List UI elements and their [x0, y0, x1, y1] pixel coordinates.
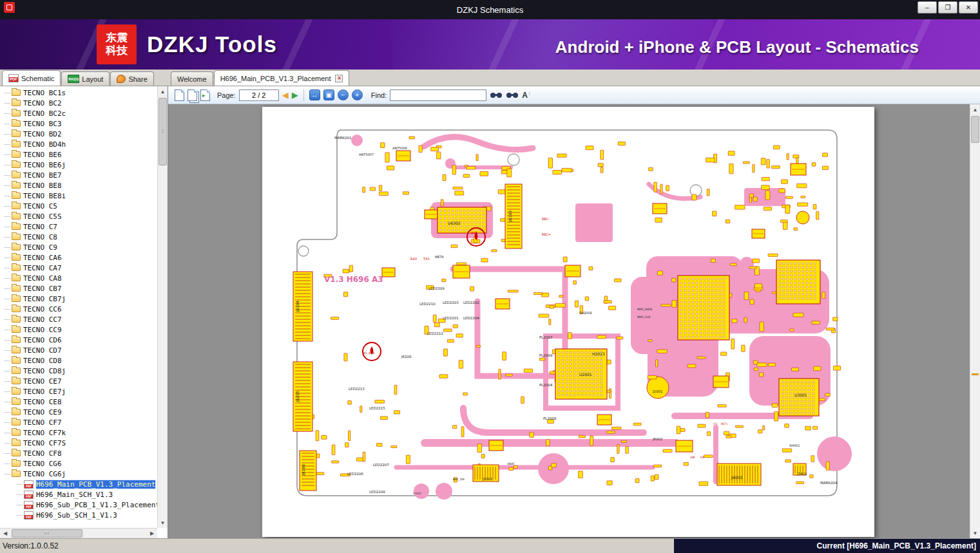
svg-text:RX0: RX0 [410, 257, 417, 261]
zoom-out-button[interactable]: − [338, 89, 349, 100]
zoom-in-button[interactable]: + [352, 89, 363, 100]
tree-folder-item[interactable]: TECNO CE8 [0, 397, 157, 407]
viewer-vertical-scrollbar[interactable]: ▲ ▼ [970, 104, 980, 538]
tree-folder-item[interactable]: TECNO BE6 [0, 149, 157, 160]
svg-text:H2023: H2023 [592, 351, 605, 356]
find-input[interactable] [390, 89, 486, 101]
pdf-file-icon [24, 480, 34, 489]
svg-text:DP: DP [700, 456, 704, 459]
svg-text:REC+: REC+ [542, 232, 551, 236]
tree-folder-item[interactable]: TECNO CE7 [0, 376, 157, 386]
viewer-scroll-down-icon[interactable]: ▼ [970, 528, 980, 538]
tree-folder-item[interactable]: TECNO CF8 [0, 448, 157, 458]
folder-icon [12, 131, 21, 137]
sidebar-vertical-scrollbar[interactable]: ▲ ▼ [157, 86, 168, 528]
close-button[interactable]: ✕ [959, 1, 978, 14]
tree-folder-item[interactable]: TECNO CE9 [0, 407, 157, 417]
pdf-viewer[interactable]: MARK001ANT5007ANT5006V1.3 H696 A3U6302RS… [168, 104, 980, 538]
tree-folder-item[interactable]: TECNO C5 [0, 201, 157, 211]
tree-doc-item[interactable]: H696_Main_SCH_V1.3 [0, 489, 157, 500]
tree-folder-item[interactable]: TECNO CD7 [0, 345, 157, 355]
tree-folder-item[interactable]: TECNO CD6 [0, 335, 157, 345]
tab-document[interactable]: H696_Main_PCB_V1.3_Placement ✕ [214, 70, 350, 86]
facing-pages-icon[interactable] [187, 89, 197, 101]
tree-folder-item[interactable]: TECNO CG6j [0, 469, 157, 479]
tree-item-label: H696_Sub_SCH_1_V1.3 [36, 511, 117, 520]
tree-folder-item[interactable]: TECNO CD8 [0, 355, 157, 366]
folder-icon [12, 326, 21, 333]
tree-folder-item[interactable]: TECNO CD8j [0, 366, 157, 376]
svg-text:INT1: INT1 [721, 422, 727, 426]
tree-folder-item[interactable]: TECNO BC2c [0, 108, 157, 118]
tab-close-icon[interactable]: ✕ [335, 75, 343, 82]
svg-text:VBAT: VBAT [507, 462, 515, 465]
tab-schematic[interactable]: Schematic [2, 70, 61, 86]
page-label: Page: [217, 91, 236, 99]
tree-folder-item[interactable]: TECNO CC9 [0, 324, 157, 335]
scroll-right-icon[interactable]: ▶ [147, 529, 157, 538]
minimize-button[interactable]: – [918, 1, 937, 14]
sidebar-scroll-thumb[interactable] [159, 98, 167, 165]
pdf-file-icon [24, 501, 34, 509]
tree-folder-item[interactable]: TECNO CE7j [0, 386, 157, 397]
tab-welcome[interactable]: Welcome [171, 71, 213, 86]
tree-folder-item[interactable]: TECNO CF7S [0, 438, 157, 448]
folder-icon [12, 120, 21, 127]
viewer-scroll-up-icon[interactable]: ▲ [970, 104, 980, 115]
page-scroll-icon[interactable] [200, 89, 210, 101]
tree-doc-item[interactable]: H696_Sub_SCH_1_V1.3 [0, 510, 157, 520]
tree-item-label: TECNO CF7k [23, 429, 66, 437]
tab-document-label: H696_Main_PCB_V1.3_Placement [220, 75, 331, 82]
single-page-icon[interactable] [175, 89, 184, 101]
tree-folder-item[interactable]: TECNO CB7j [0, 294, 157, 304]
tree-doc-item[interactable]: H696_Main_PCB_V1.3_Placement [0, 479, 157, 489]
tree-item-label: H696_Sub_PCB_1_V1.3_Placement [36, 501, 157, 509]
tree-folder-item[interactable]: TECNO BE7 [0, 170, 157, 180]
sidebar-hscroll-thumb[interactable] [12, 529, 82, 538]
tree-folder-item[interactable]: TECNO CA8 [0, 273, 157, 283]
previous-page-button[interactable]: ◀ [282, 91, 289, 99]
tree-folder-item[interactable]: TECNO CA6 [0, 252, 157, 263]
tree-item-label: TECNO BC1s [23, 89, 66, 97]
folder-icon [12, 110, 21, 117]
tree-folder-item[interactable]: TECNO BE8 [0, 180, 157, 191]
tree-folder-item[interactable]: TECNO CG6 [0, 458, 157, 469]
sidebar-horizontal-scrollbar[interactable]: ◀ ▶ [0, 528, 157, 538]
page-number-input[interactable] [239, 89, 279, 101]
fit-page-button[interactable]: ▣ [323, 89, 334, 100]
tree-folder-item[interactable]: TECNO CC6 [0, 304, 157, 314]
tree-folder-item[interactable]: TECNO CC7 [0, 314, 157, 324]
svg-text:J6205: J6205 [295, 391, 300, 402]
tree-doc-item[interactable]: H696_Sub_PCB_1_V1.3_Placement [0, 500, 157, 510]
viewer-scroll-thumb[interactable] [971, 116, 979, 143]
tree-folder-item[interactable]: TECNO BC2 [0, 98, 157, 108]
tree-folder-item[interactable]: TECNO CA7 [0, 263, 157, 273]
tree-folder-item[interactable]: TECNO C5S [0, 211, 157, 221]
scroll-down-icon[interactable]: ▼ [158, 518, 168, 528]
tree-folder-item[interactable]: TECNO BC1s [0, 88, 157, 98]
tree-folder-item[interactable]: TECNO BE8i [0, 191, 157, 201]
tree-folder-item[interactable]: TECNO BD4h [0, 139, 157, 149]
tab-share[interactable]: Share [110, 71, 153, 86]
find-next-icon[interactable] [506, 91, 518, 99]
svg-text:ANT5007: ANT5007 [359, 153, 374, 156]
maximize-button[interactable]: ❐ [938, 1, 957, 14]
find-previous-icon[interactable] [490, 91, 502, 99]
next-page-button[interactable]: ▶ [292, 91, 298, 99]
scroll-left-icon[interactable]: ◀ [0, 529, 10, 538]
tree-item-label: TECNO CF8 [23, 449, 62, 458]
text-size-icon[interactable]: A↕ [522, 91, 530, 100]
tree-folder-item[interactable]: TECNO CF7k [0, 427, 157, 438]
tab-schematic-label: Schematic [21, 75, 54, 82]
tree-folder-item[interactable]: TECNO BD2 [0, 129, 157, 139]
tree-folder-item[interactable]: TECNO C7 [0, 221, 157, 232]
tree-folder-item[interactable]: TECNO BC3 [0, 118, 157, 129]
tree-folder-item[interactable]: TECNO CB7 [0, 283, 157, 294]
tree-folder-item[interactable]: TECNO C8 [0, 232, 157, 242]
tree-folder-item[interactable]: TECNO BE6j [0, 160, 157, 170]
scroll-up-icon[interactable]: ▲ [158, 86, 168, 97]
tree-folder-item[interactable]: TECNO C9 [0, 242, 157, 252]
tree-folder-item[interactable]: TECNO CF7 [0, 417, 157, 427]
tab-layout[interactable]: PADS Layout [61, 71, 110, 86]
fit-width-button[interactable]: ↔ [309, 89, 320, 100]
